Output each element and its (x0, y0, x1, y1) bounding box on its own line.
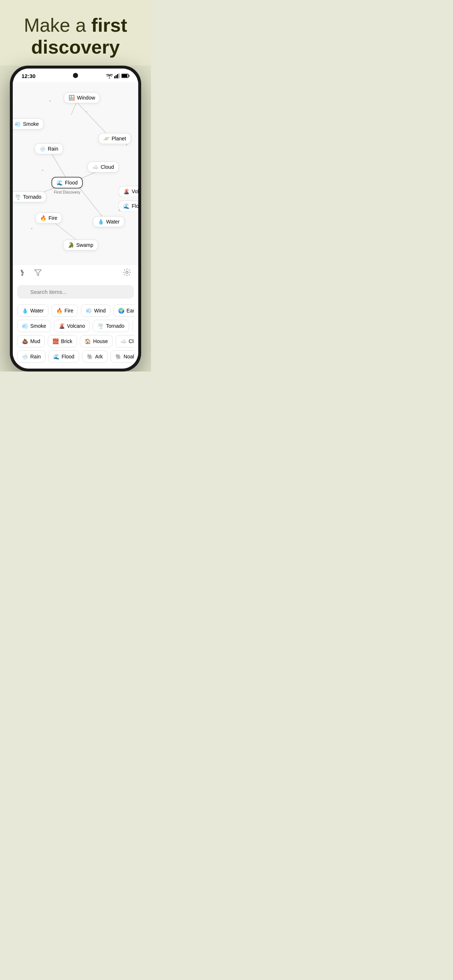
fire-label: Fire (65, 308, 73, 313)
svg-rect-8 (117, 74, 118, 78)
water-label: Water (30, 308, 44, 313)
svg-point-22 (126, 271, 128, 274)
items-row-4: 🌧️ Rain 🌊 Flood 🐘 Ark 🐘 Noah (17, 350, 134, 363)
item-earth[interactable]: 🌍 Earth (113, 304, 134, 317)
cloud-emoji: ☁️ (120, 338, 126, 344)
item-mud[interactable]: 💩 Mud (17, 335, 45, 347)
header-title: Make a first discovery (7, 14, 144, 58)
house-emoji: 🏠 (85, 338, 91, 344)
canvas-chip-planet[interactable]: 🪐 Planet (99, 133, 131, 144)
svg-rect-20 (21, 269, 24, 274)
item-brick[interactable]: 🧱 Brick (48, 335, 77, 347)
tornado-label: Tornado (106, 323, 124, 329)
canvas-chip-fire[interactable]: 🔥 Fire (35, 213, 62, 223)
cloud-label: Cloud (100, 164, 114, 170)
wifi-icon (106, 73, 113, 78)
header-bold: first (91, 14, 127, 36)
phone-wrapper: 12:30 (0, 65, 151, 372)
item-wind[interactable]: 💨 Wind (81, 304, 110, 317)
swamp-emoji: 🐊 (68, 242, 74, 248)
tornado-emoji: 🌪️ (14, 194, 21, 200)
canvas-chip-flood-right[interactable]: 🌊 Flood (118, 200, 138, 212)
brick-emoji: 🧱 (53, 338, 59, 344)
item-flood[interactable]: 🌊 Flood (48, 350, 79, 363)
item-fire[interactable]: 🔥 Fire (51, 304, 78, 317)
wind-label: Wind (94, 308, 106, 313)
item-water[interactable]: 💧 Water (17, 304, 48, 317)
house-label: House (93, 338, 108, 344)
mud-emoji: 💩 (22, 338, 28, 344)
canvas-chip-swamp[interactable]: 🐊 Swamp (63, 240, 98, 250)
fire-label: Fire (48, 215, 57, 221)
connector-lines (13, 82, 138, 264)
battery-icon (121, 74, 129, 78)
svg-rect-7 (116, 75, 117, 78)
canvas-chip-flood-fd[interactable]: 🌊 Flood First Discovery (51, 177, 83, 188)
wind-emoji: 💨 (86, 308, 92, 313)
phone-screen: 12:30 (13, 68, 138, 369)
item-rain[interactable]: 🌧️ Rain (17, 350, 46, 363)
item-volcano[interactable]: 🌋 Volcano (54, 320, 90, 332)
dot (49, 100, 51, 102)
items-grid: 💧 Water 🔥 Fire 💨 Wind 🌍 Earth (13, 302, 138, 369)
brush-button[interactable] (20, 268, 28, 278)
rain-emoji: 🌧️ (22, 354, 28, 360)
canvas-area: 🪟 Window 💨 Smoke 🪐 Planet 🌧️ Rain ☁️ (13, 82, 138, 264)
flood-fd-emoji: 🌊 (57, 180, 63, 186)
canvas-chip-smoke[interactable]: 💨 Smoke (13, 118, 44, 129)
item-smoke[interactable]: 💨 Smoke (17, 320, 51, 332)
earth-label: Earth (126, 308, 134, 313)
rain-label: Rain (48, 146, 58, 152)
swamp-label: Swamp (76, 242, 93, 248)
cloud-emoji: ☁️ (92, 164, 99, 170)
item-noah[interactable]: 🐘 Noah (110, 350, 134, 363)
first-discovery-text: First Discovery (52, 190, 82, 194)
item-steam[interactable]: ♨️ Steam (132, 320, 134, 332)
search-input[interactable] (17, 285, 134, 299)
item-cloud[interactable]: ☁️ Cloud (116, 335, 134, 347)
flood-r-label: Flood (132, 203, 138, 209)
volcano-r-label: Volcan (132, 188, 138, 194)
smoke-label: Smoke (30, 323, 46, 329)
volcano-r-emoji: 🌋 (123, 188, 129, 194)
canvas-chip-rain[interactable]: 🌧️ Rain (35, 143, 63, 154)
fire-emoji: 🔥 (56, 308, 62, 313)
noah-emoji: 🐘 (115, 354, 121, 360)
canvas-chip-volcano-right[interactable]: 🌋 Volcan (118, 186, 138, 197)
flood-fd-label: Flood (65, 180, 78, 186)
items-row-1: 💧 Water 🔥 Fire 💨 Wind 🌍 Earth (17, 304, 134, 317)
volcano-label: Volcano (67, 323, 85, 329)
dot (126, 144, 127, 145)
header-line2: discovery (31, 37, 120, 57)
settings-button[interactable] (123, 268, 131, 278)
svg-rect-11 (122, 75, 127, 77)
rain-emoji: 🌧️ (39, 146, 46, 152)
svg-marker-21 (35, 270, 41, 275)
earth-emoji: 🌍 (118, 308, 124, 313)
filter-button[interactable] (34, 268, 42, 278)
rain-label: Rain (30, 354, 41, 360)
window-emoji: 🪟 (69, 95, 75, 100)
items-row-2: 💨 Smoke 🌋 Volcano 🌪️ Tornado ♨️ Steam (17, 320, 134, 332)
item-tornado[interactable]: 🌪️ Tornado (93, 320, 129, 332)
svg-rect-12 (129, 75, 129, 76)
camera-notch (73, 73, 78, 78)
mud-label: Mud (30, 338, 40, 344)
canvas-chip-cloud[interactable]: ☁️ Cloud (88, 162, 119, 172)
phone-frame: 12:30 (10, 65, 141, 372)
canvas-chip-tornado[interactable]: 🌪️ Tornado (13, 191, 46, 202)
item-house[interactable]: 🏠 House (80, 335, 112, 347)
noah-label: Noah (124, 354, 134, 360)
search-container: 🔍 (13, 282, 138, 302)
header-line1-start: Make a (24, 14, 91, 36)
svg-line-18 (77, 184, 104, 219)
water-label: Water (106, 219, 120, 224)
canvas-chip-water[interactable]: 💧 Water (93, 216, 124, 227)
status-icons (106, 73, 129, 78)
flood-label: Flood (62, 354, 74, 360)
tornado-label: Tornado (23, 194, 41, 200)
water-emoji: 💧 (22, 308, 28, 313)
canvas-chip-window[interactable]: 🪟 Window (64, 92, 100, 103)
brick-label: Brick (61, 338, 72, 344)
item-ark[interactable]: 🐘 Ark (82, 350, 108, 363)
